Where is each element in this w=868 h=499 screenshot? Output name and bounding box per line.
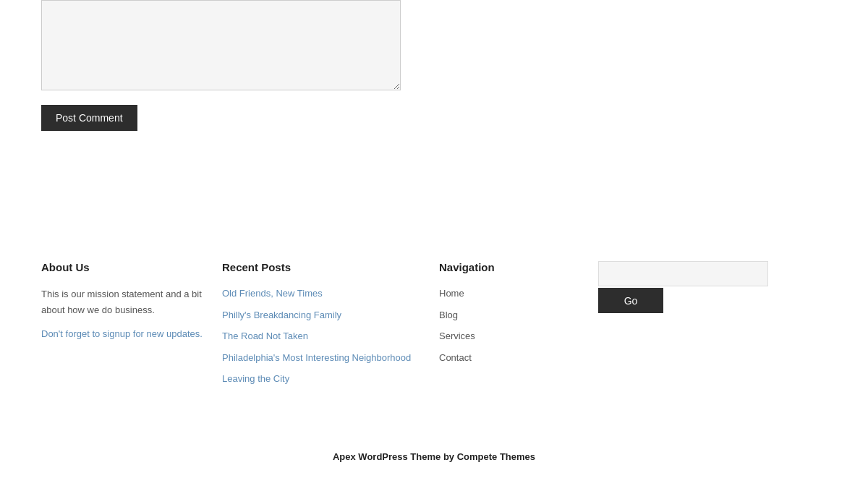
recent-post-link-1[interactable]: Old Friends, New Times: [222, 286, 425, 301]
navigation-title: Navigation: [439, 261, 584, 273]
recent-post-link-3[interactable]: The Road Not Taken: [222, 329, 425, 344]
about-us-title: About Us: [41, 261, 208, 273]
footer-recent-posts: Recent Posts Old Friends, New Times Phil…: [222, 261, 425, 393]
nav-link-contact[interactable]: Contact: [439, 351, 584, 365]
footer-about-us: About Us This is our mission statement a…: [41, 261, 208, 393]
recent-post-link-4[interactable]: Philadelphia's Most Interesting Neighbor…: [222, 351, 425, 365]
about-us-cta-link[interactable]: Don't forget to signup for new updates.: [41, 327, 208, 341]
recent-post-link-5[interactable]: Leaving the City: [222, 372, 425, 386]
footer-grid: About Us This is our mission statement a…: [41, 261, 827, 393]
post-comment-button[interactable]: Post Comment: [41, 105, 137, 131]
search-go-button[interactable]: Go: [598, 288, 663, 313]
footer-bottom: Apex WordPress Theme by Compete Themes: [0, 415, 868, 477]
footer-search-widget: Go: [598, 261, 786, 393]
theme-name: Apex WordPress Theme: [333, 451, 441, 462]
nav-link-services[interactable]: Services: [439, 329, 584, 344]
footer-navigation: Navigation Home Blog Services Contact: [439, 261, 584, 393]
by-compete-themes: by Compete Themes: [443, 451, 535, 462]
about-us-description: This is our mission statement and a bit …: [41, 286, 208, 318]
nav-link-blog[interactable]: Blog: [439, 308, 584, 323]
footer: About Us This is our mission statement a…: [0, 232, 868, 415]
search-input[interactable]: [598, 261, 768, 286]
comment-textarea[interactable]: [41, 0, 401, 90]
spacer: [0, 160, 868, 232]
recent-posts-title: Recent Posts: [222, 261, 425, 273]
nav-link-home[interactable]: Home: [439, 286, 584, 301]
recent-post-link-2[interactable]: Philly's Breakdancing Family: [222, 308, 425, 323]
comment-section: Post Comment: [0, 0, 448, 160]
search-widget: Go: [598, 261, 786, 313]
